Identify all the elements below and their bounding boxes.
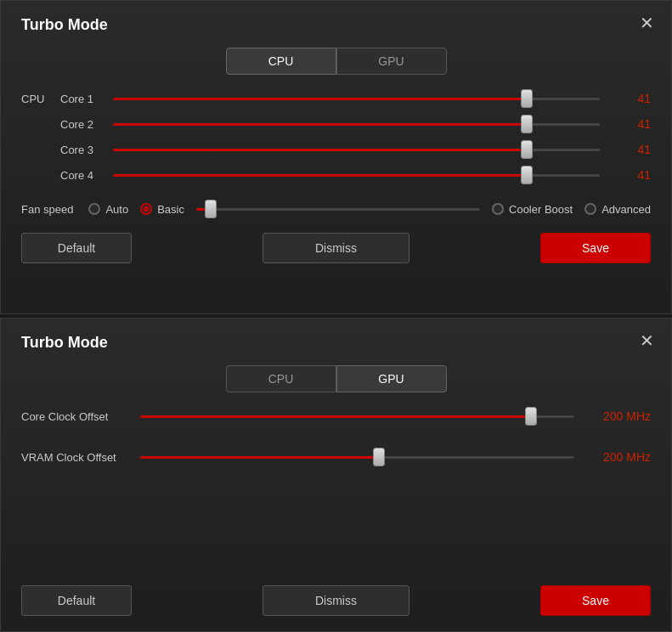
panel1-core2-row: Core 2 41 — [21, 116, 651, 133]
panel1-core4-slider[interactable] — [113, 166, 600, 183]
panel2-core-clock-slider[interactable] — [140, 408, 574, 425]
panel2-vram-clock-row: VRAM Clock Offset 200 MHz — [21, 449, 651, 466]
panel2-tab-gpu[interactable]: GPU — [336, 365, 447, 392]
panel1-core2-label: Core 2 — [60, 118, 104, 131]
panel2-vram-clock-thumb[interactable] — [373, 448, 385, 466]
panel2-vram-clock-fill — [140, 456, 379, 459]
panel1-fan-auto[interactable]: Auto — [88, 203, 128, 216]
panel1-fan-speed-row: Fan speed Auto Basic Cooler Boost Advanc… — [21, 200, 651, 217]
panel1-fan-thumb[interactable] — [205, 200, 217, 218]
panel1-core1-thumb[interactable] — [521, 89, 533, 108]
panel1-core1-label: Core 1 — [60, 93, 104, 105]
panel2-vram-clock-slider[interactable] — [140, 449, 574, 466]
panel1-fan-advanced-radio[interactable] — [584, 203, 596, 215]
panel2-tab-cpu[interactable]: CPU — [226, 365, 336, 392]
panel2-save-button[interactable]: Save — [540, 585, 651, 616]
panel1-core4-label: Core 4 — [60, 169, 104, 182]
panel2-vram-clock-label: VRAM Clock Offset — [21, 451, 132, 464]
panel1-core2-slider[interactable] — [113, 116, 600, 133]
panel2-core-clock-label: Core Clock Offset — [21, 410, 132, 423]
panel1-core4-fill — [113, 174, 527, 177]
panel1-tab-gpu[interactable]: GPU — [336, 48, 447, 75]
panel1-core1-value: 41 — [608, 92, 651, 105]
panel1-core4-row: Core 4 41 — [21, 166, 651, 183]
panel2-btn-row: Default Dismiss Save — [21, 585, 651, 616]
panel1-core1-row: CPU Core 1 41 — [21, 90, 651, 107]
panel1-fan-advanced-label: Advanced — [601, 203, 651, 216]
panel1-core3-label: Core 3 — [60, 144, 104, 156]
panel1-core2-fill — [113, 123, 527, 126]
panel2-default-button[interactable]: Default — [21, 585, 132, 616]
panel2-core-clock-thumb[interactable] — [525, 407, 537, 426]
panel1-fan-cooler-label: Cooler Boost — [509, 203, 573, 216]
panel1-close-button[interactable]: ✕ — [640, 14, 654, 31]
panel1-fan-auto-radio[interactable] — [88, 203, 100, 215]
panel2-core-clock-value: 200 MHz — [583, 409, 651, 423]
panel1-core3-thumb[interactable] — [521, 140, 533, 159]
panel1-default-button[interactable]: Default — [21, 233, 132, 263]
panel1-fan-basic[interactable]: Basic — [140, 203, 184, 216]
panel1-core2-value: 41 — [608, 117, 651, 131]
panel1-fan-slider[interactable] — [196, 200, 480, 217]
panel1-btn-row: Default Dismiss Save — [21, 233, 651, 263]
panel1-title: Turbo Mode — [21, 16, 651, 34]
panel1-tab-bar: CPU GPU — [21, 48, 651, 75]
panel1-fan-label: Fan speed — [21, 203, 73, 216]
panel1-core1-slider[interactable] — [113, 90, 600, 107]
panel1-fan-track — [196, 208, 480, 211]
panel2-title: Turbo Mode — [21, 334, 651, 352]
panel2-tab-bar: CPU GPU — [21, 365, 651, 392]
panel1-core1-fill — [113, 98, 527, 100]
panel1-core3-slider[interactable] — [113, 141, 600, 158]
panel1-core3-fill — [113, 149, 527, 151]
panel1-core4-value: 41 — [608, 168, 651, 182]
turbo-mode-panel-2: Turbo Mode ✕ CPU GPU Core Clock Offset 2… — [0, 318, 672, 632]
panel2-dismiss-button[interactable]: Dismiss — [263, 585, 409, 616]
panel2-core-clock-row: Core Clock Offset 200 MHz — [21, 408, 651, 425]
panel1-fan-cooler[interactable]: Cooler Boost — [492, 203, 573, 216]
panel2-core-clock-fill — [140, 415, 531, 418]
panel1-tab-cpu[interactable]: CPU — [226, 48, 336, 75]
panel1-core4-thumb[interactable] — [521, 166, 533, 184]
panel1-core3-value: 41 — [608, 143, 651, 156]
panel1-sliders: CPU Core 1 41 Core 2 41 Core 3 — [21, 90, 651, 183]
panel1-fan-advanced[interactable]: Advanced — [584, 203, 651, 216]
panel1-fan-basic-radio[interactable] — [140, 203, 152, 215]
panel1-core3-row: Core 3 41 — [21, 141, 651, 158]
panel1-fan-basic-label: Basic — [157, 203, 184, 216]
panel1-dismiss-button[interactable]: Dismiss — [263, 233, 409, 263]
panel1-save-button[interactable]: Save — [540, 233, 651, 263]
panel1-fan-auto-label: Auto — [105, 203, 128, 216]
panel1-core2-thumb[interactable] — [521, 115, 533, 133]
panel2-close-button[interactable]: ✕ — [640, 332, 654, 349]
panel2-sliders: Core Clock Offset 200 MHz VRAM Clock Off… — [21, 408, 651, 466]
panel1-cpu-label: CPU — [21, 93, 52, 105]
panel2-vram-clock-value: 200 MHz — [583, 450, 651, 464]
turbo-mode-panel-1: Turbo Mode ✕ CPU GPU CPU Core 1 41 Core … — [0, 0, 672, 314]
panel1-fan-cooler-radio[interactable] — [492, 203, 504, 215]
